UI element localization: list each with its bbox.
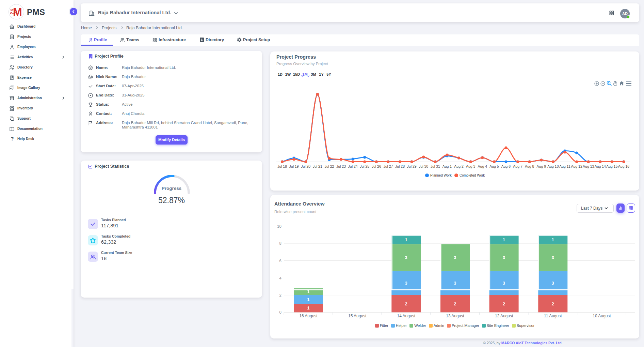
svg-text:3: 3	[503, 255, 505, 260]
svg-text:8: 8	[279, 241, 281, 245]
svg-text:2: 2	[552, 302, 554, 306]
svg-text:3: 3	[405, 255, 407, 260]
svg-text:3: 3	[454, 255, 456, 260]
svg-text:3: 3	[454, 281, 456, 286]
svg-text:12 August: 12 August	[495, 314, 513, 318]
svg-text:2: 2	[405, 302, 407, 306]
svg-text:1: 1	[552, 238, 554, 242]
svg-text:10 August: 10 August	[593, 314, 611, 318]
svg-text:4: 4	[279, 276, 282, 280]
svg-text:2: 2	[503, 302, 505, 306]
svg-text:3: 3	[405, 281, 407, 286]
svg-text:0: 0	[279, 310, 281, 314]
svg-text:6: 6	[279, 259, 281, 263]
svg-text:13 August: 13 August	[446, 314, 464, 318]
svg-text:3: 3	[552, 255, 554, 260]
svg-text:11 August: 11 August	[544, 314, 562, 318]
svg-text:3: 3	[503, 281, 505, 286]
svg-text:2: 2	[454, 302, 456, 306]
svg-text:15 August: 15 August	[348, 314, 367, 318]
svg-text:1: 1	[307, 306, 310, 311]
svg-text:3: 3	[552, 281, 554, 286]
svg-text:10: 10	[277, 224, 281, 228]
svg-text:16 August: 16 August	[299, 314, 318, 318]
svg-text:1: 1	[503, 238, 505, 242]
svg-text:14 August: 14 August	[397, 314, 416, 318]
svg-text:1: 1	[307, 297, 310, 302]
svg-text:2: 2	[279, 293, 281, 297]
svg-text:1: 1	[405, 238, 407, 242]
